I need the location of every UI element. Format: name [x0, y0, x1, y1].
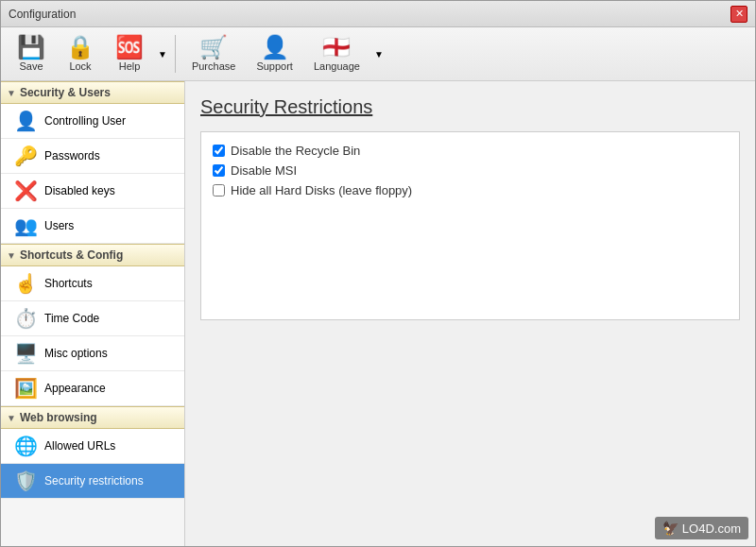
- disabled-keys-label: Disabled keys: [44, 184, 115, 197]
- sidebar-item-allowed-urls[interactable]: 🌐 Allowed URLs: [1, 429, 184, 464]
- sidebar-section-web-browsing-label: Web browsing: [20, 411, 97, 424]
- sidebar-section-shortcuts-config-label: Shortcuts & Config: [20, 248, 123, 262]
- shortcuts-label: Shortcuts: [44, 277, 93, 290]
- save-icon: 💾: [17, 36, 45, 59]
- purchase-button[interactable]: 🛒 Purchase: [183, 31, 244, 77]
- main-window: Configuration ✕ 💾 Save 🔒 Lock 🆘 Help ▼ 🛒…: [0, 0, 756, 547]
- content-area: ▼ Security & Users 👤 Controlling User 🔑 …: [1, 81, 755, 546]
- security-restrictions-label: Security restrictions: [44, 474, 144, 487]
- sidebar-item-users[interactable]: 👥 Users: [1, 209, 184, 244]
- sidebar-item-controlling-user[interactable]: 👤 Controlling User: [1, 104, 184, 139]
- purchase-icon: 🛒: [199, 36, 228, 59]
- hide-hard-disks-label: Hide all Hard Disks (leave floppy): [231, 183, 412, 197]
- checkbox-disable-recycle-bin: Disable the Recycle Bin: [213, 144, 728, 158]
- support-button[interactable]: 👤 Support: [248, 31, 301, 77]
- title-bar: Configuration ✕: [1, 1, 755, 27]
- watermark-icon: 🦅: [662, 521, 679, 536]
- disable-msi-checkbox[interactable]: [213, 164, 225, 177]
- disabled-keys-icon: ❌: [14, 179, 37, 202]
- close-button[interactable]: ✕: [730, 6, 747, 23]
- allowed-urls-label: Allowed URLs: [44, 439, 115, 453]
- controlling-user-icon: 👤: [14, 110, 37, 132]
- sidebar-section-web-browsing: ▼ Web browsing: [1, 406, 184, 429]
- purchase-label: Purchase: [192, 60, 235, 72]
- users-icon: 👥: [14, 214, 37, 237]
- lock-label: Lock: [69, 60, 91, 72]
- watermark: 🦅 LO4D.com: [655, 517, 748, 539]
- toolbar-separator-1: [175, 35, 176, 73]
- help-dropdown-arrow[interactable]: ▼: [158, 49, 167, 60]
- checkbox-disable-msi: Disable MSI: [213, 163, 728, 178]
- chevron-web-browsing: ▼: [7, 413, 16, 423]
- content-box: Disable the Recycle Bin Disable MSI Hide…: [200, 131, 740, 320]
- toolbar: 💾 Save 🔒 Lock 🆘 Help ▼ 🛒 Purchase 👤 Supp…: [1, 27, 755, 81]
- passwords-icon: 🔑: [14, 145, 37, 167]
- chevron-security-users: ▼: [7, 88, 16, 98]
- support-label: Support: [256, 60, 293, 72]
- support-icon: 👤: [261, 36, 289, 59]
- appearance-icon: 🖼️: [14, 377, 37, 400]
- window-title: Configuration: [9, 8, 76, 21]
- controlling-user-label: Controlling User: [44, 114, 126, 128]
- watermark-text: LO4D.com: [682, 521, 741, 536]
- disable-msi-label: Disable MSI: [231, 163, 297, 178]
- sidebar-section-security-users-label: Security & Users: [20, 86, 111, 99]
- sidebar-item-disabled-keys[interactable]: ❌ Disabled keys: [1, 174, 184, 209]
- sidebar: ▼ Security & Users 👤 Controlling User 🔑 …: [1, 81, 185, 546]
- language-dropdown-arrow[interactable]: ▼: [374, 49, 384, 60]
- save-button[interactable]: 💾 Save: [9, 31, 54, 77]
- sidebar-item-security-restrictions[interactable]: 🛡️ Security restrictions: [1, 464, 184, 499]
- allowed-urls-icon: 🌐: [14, 435, 37, 457]
- hide-hard-disks-checkbox[interactable]: [213, 184, 225, 197]
- language-button[interactable]: 🏴󠁧󠁢󠁥󠁮󠁧󠁿 Language: [305, 31, 369, 77]
- sidebar-item-time-code[interactable]: ⏱️ Time Code: [1, 301, 184, 336]
- misc-options-label: Misc options: [44, 347, 108, 360]
- sidebar-section-security-users: ▼ Security & Users: [1, 81, 184, 104]
- page-title: Security Restrictions: [200, 96, 740, 118]
- checkbox-hide-hard-disks: Hide all Hard Disks (leave floppy): [213, 183, 728, 197]
- time-code-icon: ⏱️: [14, 307, 37, 330]
- language-label: Language: [314, 60, 360, 72]
- sidebar-item-shortcuts[interactable]: ☝️ Shortcuts: [1, 266, 184, 301]
- time-code-label: Time Code: [44, 312, 99, 325]
- sidebar-item-appearance[interactable]: 🖼️ Appearance: [1, 371, 184, 406]
- misc-options-icon: 🖥️: [14, 342, 37, 365]
- help-button[interactable]: 🆘 Help: [107, 31, 152, 77]
- users-label: Users: [44, 219, 74, 232]
- save-label: Save: [19, 60, 43, 72]
- lock-icon: 🔒: [66, 36, 94, 59]
- chevron-shortcuts-config: ▼: [7, 250, 16, 261]
- disable-recycle-bin-label: Disable the Recycle Bin: [231, 144, 360, 158]
- sidebar-item-passwords[interactable]: 🔑 Passwords: [1, 139, 184, 174]
- sidebar-section-shortcuts-config: ▼ Shortcuts & Config: [1, 244, 184, 266]
- help-icon: 🆘: [115, 36, 144, 59]
- appearance-label: Appearance: [44, 382, 106, 395]
- disable-recycle-bin-checkbox[interactable]: [213, 145, 225, 157]
- main-content: Security Restrictions Disable the Recycl…: [185, 81, 755, 546]
- passwords-label: Passwords: [44, 149, 100, 162]
- help-label: Help: [119, 60, 141, 72]
- lock-button[interactable]: 🔒 Lock: [58, 31, 103, 77]
- language-icon: 🏴󠁧󠁢󠁥󠁮󠁧󠁿: [322, 36, 351, 59]
- shortcuts-icon: ☝️: [14, 272, 37, 295]
- security-restrictions-icon: 🛡️: [14, 470, 37, 492]
- sidebar-item-misc-options[interactable]: 🖥️ Misc options: [1, 336, 184, 371]
